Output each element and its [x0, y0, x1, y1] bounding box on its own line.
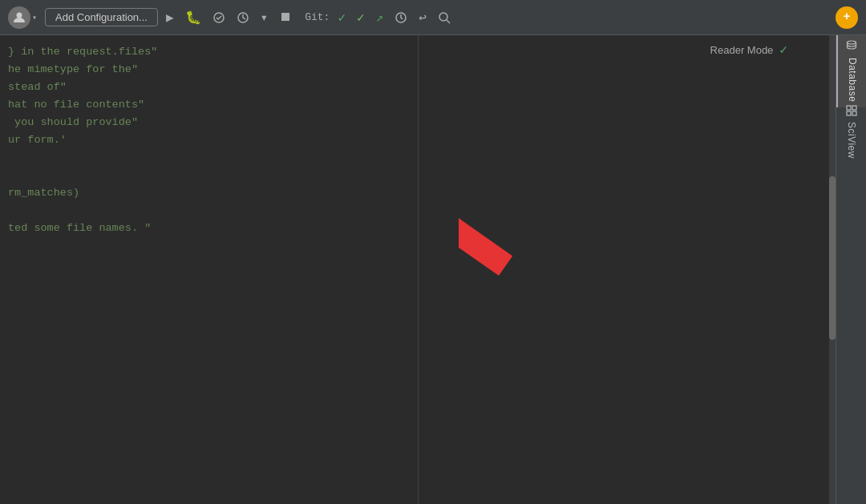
git-push-icon[interactable]: ↗: [373, 8, 387, 27]
debug-button[interactable]: 🐛: [182, 8, 204, 27]
right-sidebar: Database SciView: [836, 35, 866, 504]
svg-rect-10: [852, 106, 856, 110]
sciview-panel-button[interactable]: SciView: [836, 107, 866, 155]
code-line: [8, 202, 418, 220]
database-panel-label: Database: [846, 40, 858, 102]
sciview-panel-label: SciView: [846, 105, 857, 159]
run-dropdown-arrow[interactable]: ▾: [257, 8, 272, 27]
svg-point-4: [439, 13, 447, 21]
git-history-icon[interactable]: [391, 10, 411, 26]
reader-mode-bar: Reader Mode ✓: [419, 35, 836, 64]
search-icon[interactable]: [435, 10, 454, 26]
stop-button[interactable]: ⏹: [276, 8, 295, 26]
add-configuration-button[interactable]: Add Configuration...: [45, 8, 158, 26]
git-revert-icon[interactable]: ↩: [415, 8, 430, 27]
doc-panel: Reader Mode ✓: [419, 35, 836, 504]
git-check2-icon[interactable]: ✓: [354, 8, 368, 27]
scrollbar[interactable]: [829, 35, 836, 504]
svg-line-5: [447, 20, 450, 23]
avatar-dropdown-arrow: ▾: [32, 13, 37, 22]
svg-rect-9: [847, 106, 851, 110]
annotation-arrow: [459, 75, 763, 300]
code-line: rm_matches): [8, 184, 418, 202]
avatar-dropdown[interactable]: ▾: [8, 6, 37, 29]
code-line: } in the request.files": [8, 43, 418, 61]
coverage-button[interactable]: [209, 10, 229, 26]
code-line: ur form.': [8, 131, 418, 149]
avatar: [8, 6, 30, 29]
code-line: ted some file names. ": [8, 220, 418, 237]
run-button[interactable]: ▶: [163, 8, 177, 27]
code-line: [8, 149, 418, 167]
svg-point-8: [848, 41, 856, 44]
profile-button[interactable]: +: [836, 6, 858, 29]
svg-rect-11: [847, 111, 851, 115]
profiler-button[interactable]: [233, 10, 253, 26]
svg-marker-7: [459, 155, 524, 292]
scrollbar-thumb[interactable]: [829, 176, 836, 341]
svg-point-0: [17, 12, 22, 18]
code-panel: } in the request.files" he mimetype for …: [0, 35, 419, 504]
main-area: } in the request.files" he mimetype for …: [0, 35, 866, 504]
code-line: hat no file contents": [8, 96, 418, 114]
git-check1-icon[interactable]: ✓: [334, 8, 349, 27]
code-line: he mimetype for the": [8, 61, 418, 79]
code-line: [8, 167, 418, 184]
reader-mode-label: Reader Mode: [710, 44, 774, 56]
reader-mode-check-icon: ✓: [779, 42, 787, 58]
svg-rect-12: [852, 111, 856, 115]
code-line: you should provide": [8, 114, 418, 131]
code-line: stead of": [8, 79, 418, 96]
toolbar: ▾ Add Configuration... ▶ 🐛 ▾ ⏹ Git: ✓ ✓ …: [0, 0, 866, 35]
database-panel-button[interactable]: Database: [836, 35, 866, 107]
git-label: Git:: [305, 11, 330, 23]
